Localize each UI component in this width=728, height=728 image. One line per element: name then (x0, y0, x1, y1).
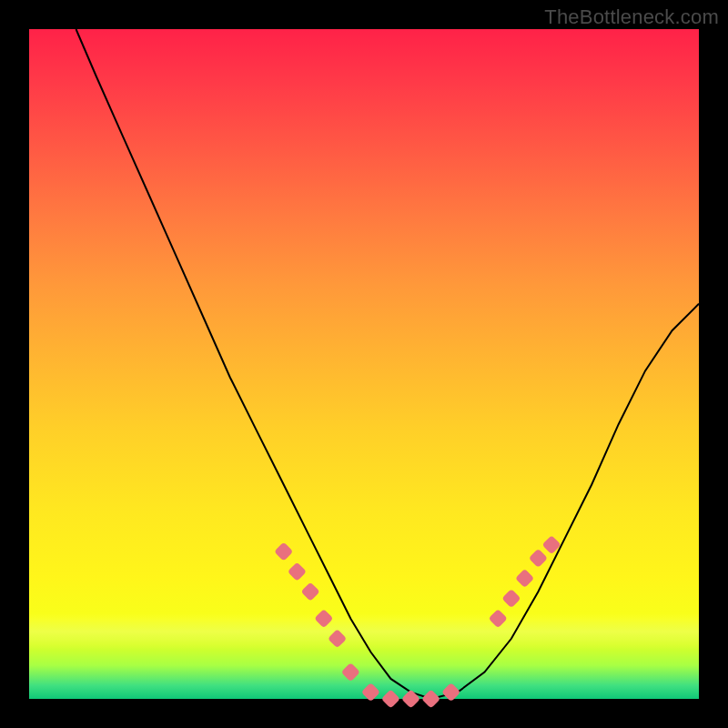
data-marker (489, 609, 508, 628)
data-marker (288, 562, 307, 581)
chart-frame: TheBottleneck.com (0, 0, 728, 728)
data-marker (300, 582, 319, 602)
data-marker (421, 689, 440, 708)
watermark-text: TheBottleneck.com (544, 5, 719, 29)
data-marker (381, 689, 400, 708)
data-marker (515, 569, 534, 588)
data-marker (314, 609, 333, 628)
data-marker (341, 662, 360, 682)
bottleneck-curve (76, 29, 700, 699)
data-marker (328, 629, 347, 648)
curve-svg (29, 29, 699, 699)
data-marker (274, 541, 293, 561)
marker-group (274, 535, 561, 709)
data-marker (529, 549, 548, 568)
data-marker (361, 682, 380, 702)
data-marker (501, 589, 521, 608)
data-marker (441, 682, 460, 702)
data-marker (401, 689, 420, 708)
plot-area (29, 29, 699, 699)
